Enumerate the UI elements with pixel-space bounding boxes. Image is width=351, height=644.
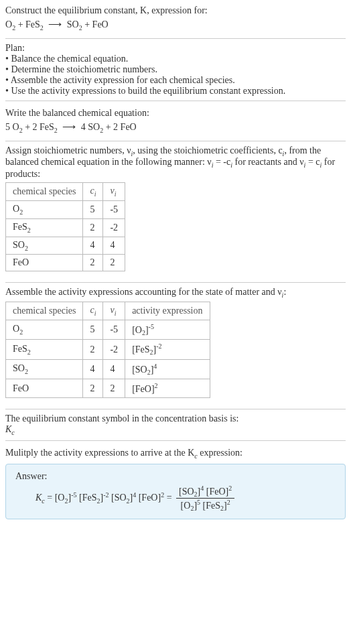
table-row: SO244 bbox=[6, 237, 125, 255]
table-row: O25-5[O2]-5 bbox=[6, 320, 210, 339]
final-block: Mulitply the activity expressions to arr… bbox=[5, 448, 346, 520]
col-header: ci bbox=[83, 302, 103, 320]
intro-equation: O2 + FeS2 ⟶ SO2 + FeO bbox=[5, 19, 346, 31]
plan-item: • Assemble the activity expression for e… bbox=[5, 75, 346, 86]
fraction: [SO2]4 [FeO]2[O2]5 [FeS2]2 bbox=[176, 485, 234, 513]
col-header: νi bbox=[103, 183, 125, 201]
answer-equation: Kc = [O2]-5 [FeS2]-2 [SO2]4 [FeO]2 = [SO… bbox=[15, 485, 336, 513]
table-row: chemical species ci νi bbox=[6, 183, 125, 201]
table-row: FeO22 bbox=[6, 255, 125, 271]
symbol-text: The equilibrium constant symbol in the c… bbox=[5, 413, 346, 424]
col-header: ci bbox=[83, 183, 103, 201]
stoich-table: chemical species ci νi O25-5 FeS22-2 SO2… bbox=[5, 182, 125, 271]
stoich-block: Assign stoichiometric numbers, νi, using… bbox=[5, 141, 346, 276]
plan-title: Plan: bbox=[5, 43, 346, 54]
activity-table: chemical species ci νi activity expressi… bbox=[5, 302, 210, 398]
table-row: FeO22[FeO]2 bbox=[6, 379, 210, 398]
stoich-intro: Assign stoichiometric numbers, νi, using… bbox=[5, 145, 346, 180]
table-row: FeS22-2[FeS2]-2 bbox=[6, 340, 210, 359]
plan-item: • Balance the chemical equation. bbox=[5, 54, 346, 64]
intro-text: Construct the equilibrium constant, K, e… bbox=[5, 5, 208, 15]
symbol-block: The equilibrium constant symbol in the c… bbox=[5, 409, 346, 441]
intro-block: Construct the equilibrium constant, K, e… bbox=[5, 5, 346, 31]
balanced-block: Write the balanced chemical equation: 5 … bbox=[5, 108, 346, 134]
answer-box: Answer: Kc = [O2]-5 [FeS2]-2 [SO2]4 [FeO… bbox=[5, 464, 346, 520]
balanced-title: Write the balanced chemical equation: bbox=[5, 108, 346, 119]
col-header: activity expression bbox=[125, 302, 210, 320]
activity-title: Assemble the activity expressions accoun… bbox=[5, 287, 346, 299]
plan-block: Plan: • Balance the chemical equation. •… bbox=[5, 38, 346, 101]
table-row: chemical species ci νi activity expressi… bbox=[6, 302, 210, 320]
table-row: O25-5 bbox=[6, 200, 125, 218]
final-title: Mulitply the activity expressions to arr… bbox=[5, 448, 346, 460]
symbol-k: Kc bbox=[5, 424, 346, 436]
plan-item: • Determine the stoichiometric numbers. bbox=[5, 64, 346, 75]
table-row: SO244[SO2]4 bbox=[6, 359, 210, 379]
answer-label: Answer: bbox=[15, 471, 336, 482]
col-header: νi bbox=[103, 302, 125, 320]
activity-block: Assemble the activity expressions accoun… bbox=[5, 282, 346, 402]
balanced-equation: 5 O2 + 2 FeS2 ⟶ 4 SO2 + 2 FeO bbox=[5, 121, 346, 134]
table-row: FeS22-2 bbox=[6, 218, 125, 237]
plan-item: • Use the activity expressions to build … bbox=[5, 86, 346, 96]
col-header: chemical species bbox=[6, 183, 83, 201]
col-header: chemical species bbox=[6, 302, 83, 320]
